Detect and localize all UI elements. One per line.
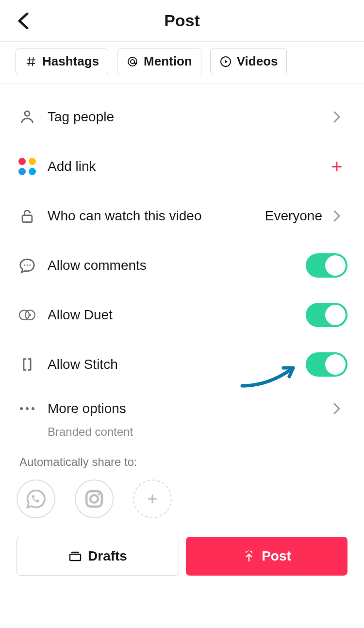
svg-point-15: [90, 495, 98, 503]
svg-rect-17: [70, 554, 81, 561]
header-bar: Post: [0, 0, 364, 42]
whatsapp-icon: [26, 489, 46, 509]
options-list: Tag people Add link + Who can watch this…: [0, 83, 364, 439]
chevron-right-icon: [326, 111, 347, 123]
chip-row: Hashtags Mention Videos: [0, 42, 364, 83]
svg-point-12: [26, 407, 29, 410]
tag-people-row[interactable]: Tag people: [17, 92, 347, 142]
svg-point-11: [20, 407, 23, 410]
play-circle-icon: [219, 55, 232, 68]
comment-icon: [17, 257, 38, 274]
mention-label: Mention: [144, 54, 192, 69]
svg-point-6: [27, 264, 28, 266]
post-label: Post: [262, 548, 291, 564]
videos-chip[interactable]: Videos: [210, 49, 287, 74]
svg-point-16: [98, 493, 100, 496]
videos-label: Videos: [237, 54, 278, 69]
privacy-row[interactable]: Who can watch this video Everyone: [17, 191, 347, 241]
svg-point-3: [25, 111, 30, 116]
svg-rect-4: [22, 215, 32, 222]
add-circle-icon: [145, 492, 160, 506]
footer-bar: Drafts Post: [0, 527, 364, 585]
link-dots-icon: [17, 158, 38, 175]
plus-icon: +: [331, 157, 342, 176]
hashtags-label: Hashtags: [42, 54, 99, 69]
privacy-label: Who can watch this video: [48, 208, 202, 224]
add-link-row[interactable]: Add link +: [17, 142, 347, 191]
allow-stitch-row: Allow Stitch: [17, 340, 347, 389]
svg-point-5: [24, 264, 25, 266]
lock-icon: [17, 208, 38, 224]
hashtags-chip[interactable]: Hashtags: [16, 49, 108, 74]
more-options-subtitle: Branded content: [48, 425, 347, 439]
mention-chip[interactable]: Mention: [117, 49, 201, 74]
allow-stitch-label: Allow Stitch: [48, 357, 118, 372]
allow-comments-row: Allow comments: [17, 241, 347, 290]
svg-point-0: [128, 57, 137, 66]
share-add-button[interactable]: [133, 479, 172, 518]
chevron-right-icon: [326, 402, 347, 415]
chevron-left-icon: [17, 13, 29, 29]
tag-people-label: Tag people: [48, 109, 114, 125]
annotation-arrow-icon: [240, 359, 308, 393]
svg-point-13: [32, 407, 34, 410]
page-title: Post: [164, 11, 200, 30]
more-options-label: More options: [48, 401, 126, 416]
drafts-button[interactable]: Drafts: [17, 537, 179, 576]
drafts-label: Drafts: [88, 548, 127, 564]
duet-icon: [17, 308, 38, 322]
svg-point-8: [19, 310, 29, 320]
privacy-value: Everyone: [265, 208, 322, 224]
post-icon: [242, 549, 256, 563]
drafts-icon: [68, 550, 82, 562]
allow-duet-toggle[interactable]: [306, 303, 347, 327]
share-whatsapp-button[interactable]: [17, 479, 55, 518]
share-title: Automatically share to:: [19, 455, 347, 469]
post-button[interactable]: Post: [186, 537, 347, 576]
svg-point-10: [29, 314, 31, 316]
allow-comments-label: Allow comments: [48, 258, 147, 273]
more-options-row[interactable]: More options: [17, 389, 347, 428]
stitch-icon: [17, 356, 38, 373]
person-icon: [17, 109, 38, 125]
allow-duet-label: Allow Duet: [48, 307, 113, 323]
add-link-label: Add link: [48, 159, 96, 174]
back-button[interactable]: [14, 11, 33, 31]
svg-point-1: [131, 60, 134, 64]
share-instagram-button[interactable]: [75, 479, 114, 518]
share-section: Automatically share to:: [0, 446, 364, 527]
at-icon: [126, 55, 139, 68]
allow-stitch-toggle[interactable]: [306, 352, 347, 377]
allow-comments-toggle[interactable]: [306, 253, 347, 278]
hashtag-icon: [25, 55, 37, 68]
instagram-icon: [84, 489, 104, 509]
allow-duet-row: Allow Duet: [17, 290, 347, 340]
chevron-right-icon: [326, 210, 347, 222]
ellipsis-icon: [17, 406, 38, 411]
svg-point-7: [29, 264, 31, 266]
